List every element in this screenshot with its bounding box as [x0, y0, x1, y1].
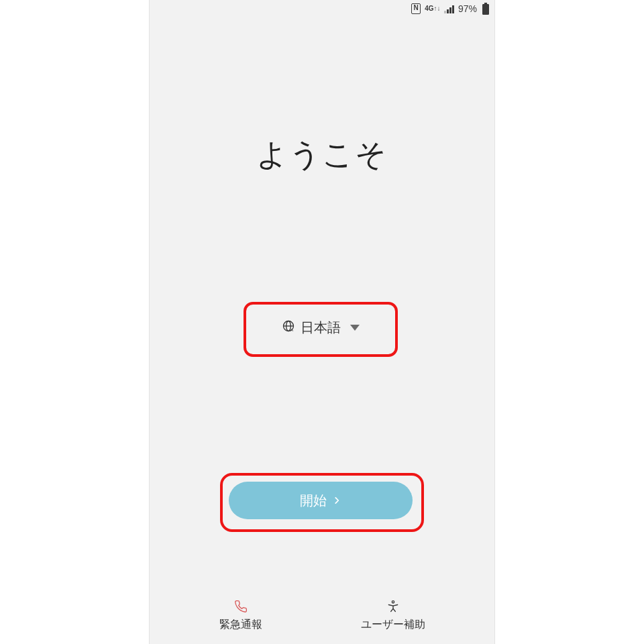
- accessibility-button[interactable]: ユーザー補助: [361, 599, 425, 632]
- emergency-call-button[interactable]: 緊急通報: [219, 599, 262, 632]
- battery-percent: 97%: [458, 3, 477, 14]
- language-label: 日本語: [301, 319, 341, 337]
- globe-icon: A: [282, 319, 295, 336]
- canvas: N 4G ↑↓ 97% ようこそ: [0, 0, 644, 644]
- bottom-actions: 緊急通報 ユーザー補助: [150, 599, 494, 632]
- nfc-icon: N: [411, 3, 421, 14]
- status-bar: N 4G ↑↓ 97%: [150, 0, 494, 17]
- net-top: 4G: [425, 6, 433, 11]
- phone-frame: N 4G ↑↓ 97% ようこそ: [150, 0, 494, 644]
- accessibility-label: ユーザー補助: [361, 618, 425, 632]
- chevron-down-icon: [350, 325, 360, 331]
- phone-icon: [234, 599, 248, 614]
- network-4g-icon: 4G ↑↓: [425, 6, 440, 11]
- signal-strength-icon: [444, 5, 454, 13]
- language-selector[interactable]: A 日本語: [250, 309, 391, 346]
- net-bottom: ↑↓: [433, 6, 440, 11]
- nfc-badge: N: [411, 3, 421, 14]
- chevron-right-icon: [332, 496, 341, 505]
- start-label: 開始: [300, 492, 327, 510]
- svg-point-3: [392, 601, 394, 603]
- start-button[interactable]: 開始: [229, 482, 413, 519]
- emergency-label: 緊急通報: [219, 618, 262, 632]
- welcome-heading: ようこそ: [150, 134, 494, 176]
- svg-text:A: A: [290, 328, 293, 332]
- battery-icon: [482, 3, 489, 15]
- accessibility-icon: [386, 599, 400, 614]
